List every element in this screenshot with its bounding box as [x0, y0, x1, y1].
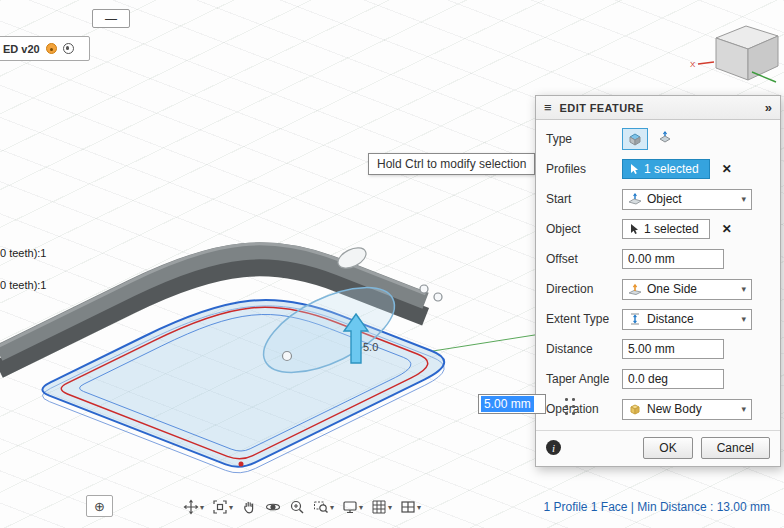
- display-settings-icon: [342, 499, 358, 515]
- pan-hand-command[interactable]: [241, 499, 257, 515]
- info-icon[interactable]: i: [546, 440, 561, 455]
- selection-tooltip: Hold Ctrl to modify selection: [368, 153, 535, 175]
- collapse-panel-button[interactable]: —: [92, 9, 130, 28]
- zoom-icon: [289, 499, 305, 515]
- cursor-icon: [629, 223, 639, 235]
- taper-angle-input[interactable]: [622, 369, 724, 389]
- chevron-down-icon: ▾: [417, 503, 421, 512]
- hand-icon: [241, 499, 257, 515]
- new-body-icon: [628, 402, 642, 416]
- zoom-window-command[interactable]: ▾: [313, 499, 334, 515]
- sketch-corner-point: [239, 462, 244, 467]
- profiles-selection-chip[interactable]: 1 selected: [622, 159, 710, 179]
- dialog-title: EDIT FEATURE: [560, 102, 644, 114]
- taper-angle-row: Taper Angle: [536, 364, 780, 394]
- pan-icon: [183, 499, 199, 515]
- direction-label: Direction: [546, 282, 622, 296]
- manipulator-distance-label: 5.0: [363, 341, 378, 353]
- ok-button[interactable]: OK: [643, 437, 692, 459]
- profiles-label: Profiles: [546, 162, 622, 176]
- direction-dropdown[interactable]: One Side ▾: [622, 279, 752, 300]
- operation-dropdown[interactable]: New Body ▾: [622, 399, 752, 420]
- cursor-icon: [629, 163, 639, 175]
- start-row: Start Object ▾: [536, 184, 780, 214]
- start-label: Start: [546, 192, 622, 206]
- plus-circle-icon: ⊕: [94, 499, 105, 514]
- chevron-down-icon: ▾: [200, 503, 204, 512]
- sketch-point-right-1[interactable]: [420, 285, 428, 293]
- orbit-icon: [265, 499, 281, 515]
- pan-command[interactable]: ▾: [183, 499, 204, 515]
- navigation-toolbar: ▾ ▾: [183, 499, 421, 515]
- selection-status-text: 1 Profile 1 Face | Min Distance : 13.00 …: [543, 500, 770, 514]
- extrude-type-solid-button[interactable]: [622, 128, 648, 150]
- type-label: Type: [546, 132, 622, 146]
- sketch-point-left[interactable]: [283, 352, 292, 361]
- viewports-command[interactable]: ▾: [400, 499, 421, 515]
- extent-type-label: Extent Type: [546, 312, 622, 326]
- start-object-icon: [628, 193, 642, 205]
- expand-control-button[interactable]: ⊕: [86, 495, 113, 517]
- chevron-down-icon: ▾: [741, 284, 746, 294]
- document-label: ED v20: [3, 43, 40, 55]
- orbit-command[interactable]: [265, 499, 281, 515]
- chevron-down-icon: ▾: [741, 314, 746, 324]
- profiles-row: Profiles 1 selected ✕: [536, 154, 780, 184]
- chevron-down-icon: ▾: [359, 503, 363, 512]
- distance-row: Distance: [536, 334, 780, 364]
- object-selection-chip[interactable]: 1 selected: [622, 219, 710, 239]
- extrude-type-thin-button[interactable]: [652, 128, 678, 150]
- chevron-down-icon: ▾: [741, 194, 746, 204]
- collapse-arrows-icon[interactable]: »: [765, 100, 772, 115]
- extent-type-row: Extent Type Distance ▾: [536, 304, 780, 334]
- offset-row: Offset: [536, 244, 780, 274]
- chevron-down-icon: ▾: [229, 503, 233, 512]
- object-clear-icon[interactable]: ✕: [722, 222, 732, 236]
- cancel-button[interactable]: Cancel: [701, 437, 770, 459]
- canvas-distance-value: 5.00 mm: [481, 396, 534, 412]
- distance-input[interactable]: [622, 339, 724, 359]
- grid-icon: [371, 499, 387, 515]
- extrude-solid-icon: [626, 131, 644, 147]
- record-icon: [63, 43, 74, 54]
- offset-input[interactable]: [622, 249, 724, 269]
- viewcube[interactable]: X: [690, 26, 778, 82]
- sketch-point-right-2[interactable]: [434, 293, 442, 301]
- display-settings-command[interactable]: ▾: [342, 499, 363, 515]
- x-axis-indicator: [698, 62, 714, 64]
- fit-icon: [212, 499, 228, 515]
- viewports-icon: [400, 499, 416, 515]
- offset-label: Offset: [546, 252, 622, 266]
- operation-label: Operation: [546, 402, 622, 416]
- start-dropdown[interactable]: Object ▾: [622, 189, 752, 210]
- browser-item-2[interactable]: 0 teeth):1: [0, 279, 46, 291]
- minus-icon: —: [105, 12, 117, 26]
- chevron-down-icon: ▾: [330, 503, 334, 512]
- value-drag-handle[interactable]: [563, 396, 577, 417]
- distance-extent-icon: [628, 312, 642, 326]
- one-side-icon: [628, 283, 642, 296]
- grid-settings-command[interactable]: ▾: [371, 499, 392, 515]
- chevron-down-icon: ▾: [388, 503, 392, 512]
- type-row: Type: [536, 124, 780, 154]
- zoom-command[interactable]: [289, 499, 305, 515]
- direction-row: Direction One Side ▾: [536, 274, 780, 304]
- extrude-thin-icon: [656, 131, 674, 147]
- dialog-footer: i OK Cancel: [536, 430, 780, 464]
- distance-label: Distance: [546, 342, 622, 356]
- warning-badge-icon: [46, 43, 57, 54]
- taper-angle-label: Taper Angle: [546, 372, 622, 386]
- dialog-header[interactable]: ≡ EDIT FEATURE »: [536, 96, 780, 120]
- document-badge[interactable]: ED v20: [0, 36, 90, 61]
- fit-command[interactable]: ▾: [212, 499, 233, 515]
- zoom-window-icon: [313, 499, 329, 515]
- canvas-distance-input[interactable]: 5.00 mm: [478, 394, 546, 414]
- fusion-window: 5.0 X — ED v20 0 teeth):1 0 teeth):1 Hol…: [0, 0, 784, 528]
- object-label: Object: [546, 222, 622, 236]
- chevron-down-icon: ▾: [741, 404, 746, 414]
- extent-type-dropdown[interactable]: Distance ▾: [622, 309, 752, 330]
- browser-item-1[interactable]: 0 teeth):1: [0, 247, 46, 259]
- dialog-grip-icon[interactable]: ≡: [544, 100, 552, 115]
- x-axis-label: X: [690, 60, 696, 69]
- profiles-clear-icon[interactable]: ✕: [722, 162, 732, 176]
